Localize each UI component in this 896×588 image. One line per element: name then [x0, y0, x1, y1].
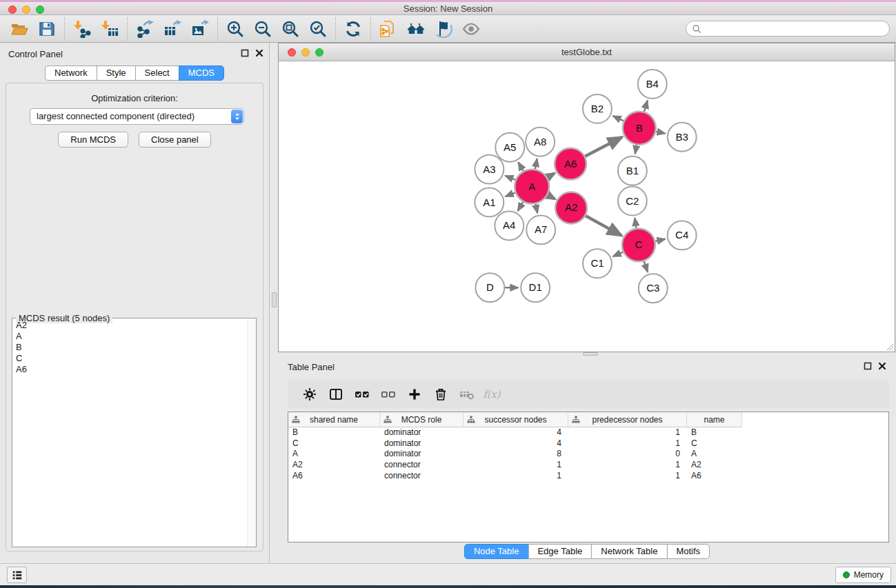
table-cell[interactable]: B	[687, 427, 742, 438]
export-table-icon[interactable]	[159, 17, 186, 41]
table-cell[interactable]: connector	[380, 471, 464, 482]
mcds-result-item[interactable]: A6	[13, 364, 246, 375]
control-panel-tabs: NetworkStyleSelectMCDS	[45, 65, 224, 81]
table-cell[interactable]: dominator	[380, 449, 464, 460]
import-network-icon[interactable]	[68, 17, 96, 41]
resize-grip-icon[interactable]	[886, 343, 894, 351]
tab-network[interactable]: Network	[45, 65, 97, 81]
table-cell[interactable]: A	[687, 449, 742, 460]
show-panels-icon[interactable]	[457, 17, 485, 41]
table-cell[interactable]: A	[288, 449, 380, 460]
table-row[interactable]: Adominator80A	[288, 449, 888, 460]
zoom-in-icon[interactable]	[221, 17, 249, 41]
show-all-views-icon[interactable]	[402, 17, 430, 41]
delete-rows-icon[interactable]	[428, 383, 454, 405]
float-table-panel-icon[interactable]	[864, 362, 872, 370]
table-cell[interactable]: B	[288, 427, 380, 438]
mcds-result-item[interactable]: C	[13, 353, 246, 364]
task-history-button[interactable]	[7, 567, 27, 583]
tab-edge-table[interactable]: Edge Table	[528, 544, 592, 559]
column-header-predecessor-nodes[interactable]: predecessor nodes	[568, 412, 687, 427]
network-canvas[interactable]: B4B2BB3A5A8A6A3B1AA1C2A2A4A7C4CC1C3DD1	[279, 61, 895, 352]
table-cell[interactable]: 1	[568, 471, 687, 482]
node-table[interactable]: shared nameMCDS rolesuccessor nodesprede…	[288, 412, 889, 543]
mcds-result-list[interactable]: A2ABCA6	[13, 320, 246, 546]
table-cell[interactable]: connector	[380, 460, 464, 471]
apply-layout-icon[interactable]	[339, 17, 367, 41]
add-column-icon[interactable]	[401, 383, 428, 405]
app-titlebar: Session: New Session	[0, 2, 896, 15]
table-panel-title: Table Panel	[288, 362, 335, 372]
node-label-C1: C1	[590, 257, 604, 269]
mcds-result-item[interactable]: B	[13, 342, 246, 353]
search-input[interactable]	[701, 24, 889, 34]
close-panel-button[interactable]: Close panel	[139, 132, 211, 148]
node-label-B2: B2	[591, 103, 604, 114]
open-file-icon[interactable]	[6, 17, 33, 41]
vertical-splitter-handle[interactable]	[272, 292, 277, 307]
criterion-dropdown[interactable]: largest connected component (directed)	[30, 108, 244, 125]
result-scrollbar[interactable]	[247, 318, 256, 547]
float-panel-icon[interactable]	[241, 49, 249, 57]
tab-style[interactable]: Style	[97, 65, 136, 81]
table-cell[interactable]: C	[687, 438, 742, 449]
node-label-B3: B3	[676, 131, 688, 143]
import-table-icon[interactable]	[96, 17, 123, 41]
deselect-all-checkboxes-icon[interactable]	[375, 383, 401, 405]
zoom-fit-icon[interactable]	[277, 17, 304, 41]
split-columns-icon[interactable]	[323, 383, 349, 405]
close-table-panel-icon[interactable]	[878, 362, 886, 370]
table-cell[interactable]: dominator	[380, 438, 464, 449]
table-cell[interactable]: A2	[687, 460, 742, 471]
table-cell[interactable]: 1	[568, 460, 687, 471]
export-network-icon[interactable]	[131, 17, 159, 41]
tab-node-table[interactable]: Node Table	[464, 544, 529, 559]
run-mcds-button[interactable]: Run MCDS	[58, 132, 128, 148]
table-cell[interactable]: 1	[568, 427, 687, 438]
table-row[interactable]: Bdominator41B	[288, 427, 888, 438]
table-cell[interactable]: C	[288, 438, 380, 449]
table-cell[interactable]: 0	[568, 449, 687, 460]
save-session-icon[interactable]	[33, 17, 61, 41]
table-cell[interactable]: dominator	[380, 427, 464, 438]
settings-icon[interactable]	[297, 383, 323, 405]
export-image-icon[interactable]	[186, 17, 214, 41]
zoom-selected-icon[interactable]	[304, 17, 332, 41]
tab-select[interactable]: Select	[135, 65, 179, 81]
node-label-A: A	[528, 181, 535, 192]
column-header-name[interactable]: name	[687, 412, 742, 427]
table-cell[interactable]: 1	[464, 471, 568, 482]
network-graph[interactable]: B4B2BB3A5A8A6A3B1AA1C2A2A4A7C4CC1C3DD1	[279, 61, 895, 352]
search-box[interactable]	[686, 21, 890, 37]
table-row[interactable]: Cdominator41C	[288, 438, 888, 449]
tab-network-table[interactable]: Network Table	[591, 544, 667, 559]
select-all-checkboxes-icon[interactable]	[349, 383, 375, 405]
tab-motifs[interactable]: Motifs	[666, 544, 710, 559]
hide-panels-icon[interactable]	[430, 17, 457, 41]
toolbar-separator	[64, 17, 65, 41]
network-window-titlebar[interactable]: testGlobe.txt	[279, 43, 895, 61]
column-header-successor-nodes[interactable]: successor nodes	[464, 412, 568, 427]
tab-mcds[interactable]: MCDS	[179, 65, 224, 81]
table-cell[interactable]: 1	[568, 438, 687, 449]
column-header-shared-name[interactable]: shared name	[288, 412, 380, 427]
mcds-result-box: MCDS result (5 nodes) A2ABCA6	[12, 318, 257, 547]
table-cell[interactable]: 1	[464, 460, 568, 471]
memory-button[interactable]: Memory	[835, 567, 891, 583]
mcds-result-item[interactable]: A	[13, 331, 246, 342]
table-row[interactable]: A6connector11A6	[288, 471, 888, 482]
table-cell[interactable]: A6	[288, 471, 380, 482]
table-cell[interactable]: A2	[288, 460, 380, 471]
table-row[interactable]: A2connector11A2	[288, 460, 888, 471]
table-cell[interactable]: A6	[687, 471, 742, 482]
mcds-result-item[interactable]: A2	[13, 320, 246, 331]
close-panel-icon[interactable]	[255, 49, 263, 57]
table-cell[interactable]: 8	[464, 449, 568, 460]
duplicate-network-icon[interactable]	[375, 17, 402, 41]
node-label-B: B	[636, 122, 643, 134]
table-cell[interactable]: 4	[464, 438, 568, 449]
toolbar-separator	[370, 17, 371, 41]
column-header-MCDS-role[interactable]: MCDS role	[380, 412, 464, 427]
zoom-out-icon[interactable]	[249, 17, 277, 41]
table-cell[interactable]: 4	[464, 427, 568, 438]
